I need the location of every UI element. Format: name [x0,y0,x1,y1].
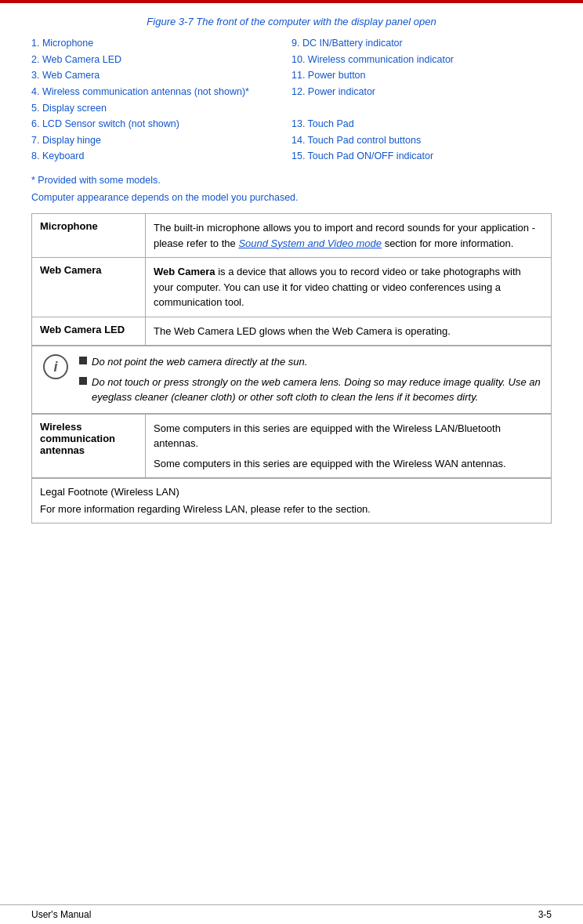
microphone-label: Microphone [32,214,146,258]
info-icon: i [43,354,68,379]
content-area: Figure 3-7 The front of the computer wit… [0,3,583,555]
sound-system-link[interactable]: Sound System and Video mode [238,237,382,249]
footer-right: 3-5 [538,909,552,920]
footer-bar: User's Manual 3-5 [0,904,583,924]
table-row-webcameraLED: Web Camera LED The Web Camera LED glows … [32,317,552,346]
left-item-3: 4. Wireless communication antennas (not … [31,84,292,100]
right-item-1: 10. Wireless communication indicator [292,52,552,68]
legal-line-2: For more information regarding Wireless … [40,501,543,518]
info-note-1-text: Do not point the web camera directly at … [92,354,307,370]
right-item-5: 14. Touch Pad control buttons [292,132,552,149]
figure-caption: Figure 3-7 The front of the computer wit… [31,16,552,27]
info-note-1: Do not point the web camera directly at … [79,354,543,370]
webcameraLED-label: Web Camera LED [32,317,146,346]
left-item-5: 6. LCD Sensor switch (not shown) [31,116,292,132]
right-item-2: 11. Power button [292,67,552,84]
wireless-label: Wirelesscommunicationantennas [32,414,146,478]
left-items-col: 1. Microphone 2. Web Camera LED 3. Web C… [31,35,292,165]
bullet-2 [79,377,87,385]
left-item-2: 3. Web Camera [31,67,292,84]
footer-left: User's Manual [31,909,91,920]
info-note-2-text: Do not touch or press strongly on the we… [92,375,543,405]
table-row-webcamera: Web Camera Web Camera is a device that a… [32,258,552,317]
wireless-table: Wirelesscommunicationantennas Some compu… [31,414,552,479]
left-item-0: 1. Microphone [31,35,292,52]
legal-line-1: Legal Footnote (Wireless LAN) [40,484,543,501]
info-box: i Do not point the web camera directly a… [31,346,552,414]
right-item-6: 15. Touch Pad ON/OFF indicator [292,148,552,165]
left-item-1: 2. Web Camera LED [31,52,292,68]
items-list: 1. Microphone 2. Web Camera LED 3. Web C… [31,35,552,165]
left-item-6: 7. Display hinge [31,132,292,149]
left-item-4: 5. Display screen [31,100,292,117]
footer: User's Manual 3-5 [0,904,583,924]
info-icon-container: i [40,354,71,379]
microphone-desc: The built-in microphone allows you to im… [146,214,552,258]
main-table: Microphone The built-in microphone allow… [31,213,552,346]
table-row-microphone: Microphone The built-in microphone allow… [32,214,552,258]
wireless-desc: Some computers in this series are equipp… [146,414,552,478]
left-item-7: 8. Keyboard [31,148,292,165]
note-line-2: Computer appearance depends on the model… [31,190,552,205]
right-item-3: 12. Power indicator [292,84,552,100]
bullet-1 [79,357,87,364]
legal-box: Legal Footnote (Wireless LAN) For more i… [31,478,552,524]
right-item-0: 9. DC IN/Battery indicator [292,35,552,52]
right-item-blank [292,100,552,117]
webcamera-label: Web Camera [32,258,146,317]
info-note-2: Do not touch or press strongly on the we… [79,375,543,405]
right-item-4: 13. Touch Pad [292,116,552,132]
webcamera-desc: Web Camera is a device that allows you t… [146,258,552,317]
webcameraLED-desc: The Web Camera LED glows when the Web Ca… [146,317,552,346]
page-container: Figure 3-7 The front of the computer wit… [0,0,583,924]
info-content: Do not point the web camera directly at … [79,354,543,405]
note-line-1: * Provided with some models. [31,172,552,188]
right-items-col: 9. DC IN/Battery indicator 10. Wireless … [292,35,552,165]
table-row-wireless: Wirelesscommunicationantennas Some compu… [32,414,552,478]
